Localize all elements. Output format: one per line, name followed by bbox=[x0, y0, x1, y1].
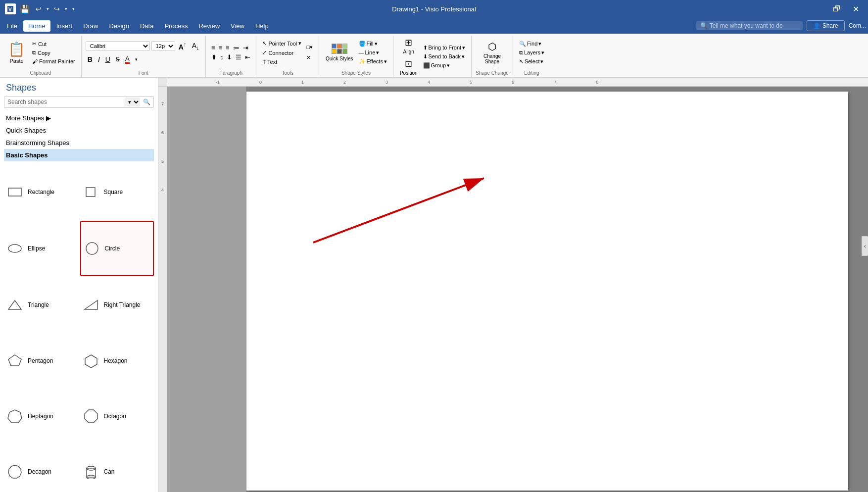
select-button[interactable]: ↖ Select ▾ bbox=[517, 57, 546, 66]
save-button[interactable]: 💾 bbox=[20, 4, 30, 14]
menu-item-help[interactable]: Help bbox=[250, 20, 274, 32]
undo-button[interactable]: ↩ bbox=[34, 4, 44, 14]
shape-triangle[interactable]: Triangle bbox=[4, 278, 78, 332]
bring-to-front-button[interactable]: ⬆ Bring to Front ▾ bbox=[421, 44, 468, 52]
connector-button[interactable]: ⤢ Connector bbox=[260, 49, 303, 57]
increase-indent-button[interactable]: ⇥ bbox=[241, 44, 250, 52]
shape-hexagon[interactable]: Hexagon bbox=[80, 334, 154, 387]
layers-button[interactable]: ⧉ Layers ▾ bbox=[517, 49, 546, 57]
paste-button[interactable]: 📋 Paste bbox=[4, 39, 29, 66]
triangle-label: Triangle bbox=[28, 301, 49, 308]
shape-decagon[interactable]: Decagon bbox=[4, 445, 78, 492]
font-color-dropdown[interactable]: ▾ bbox=[133, 56, 140, 63]
shape-can[interactable]: Can bbox=[80, 445, 154, 492]
bold-button[interactable]: B bbox=[86, 54, 95, 64]
shapes-search[interactable]: ▾ 🔍 bbox=[4, 96, 154, 108]
clipboard-content: 📋 Paste ✂ Cut ⧉ Copy 🖌 Format Painter bbox=[4, 36, 77, 69]
copy-button[interactable]: ⧉ Copy bbox=[30, 49, 77, 57]
grow-font-button[interactable]: A↑ bbox=[177, 40, 189, 52]
align-justify-button[interactable]: ☰ bbox=[234, 53, 243, 61]
shape-octagon[interactable]: Octagon bbox=[80, 390, 154, 443]
align-left-button[interactable]: ≡ bbox=[210, 44, 217, 52]
align-top-button[interactable]: ⬆ bbox=[210, 53, 218, 61]
canvas-white[interactable] bbox=[246, 92, 848, 491]
redo-button[interactable]: ↪ bbox=[52, 4, 62, 14]
comment-button[interactable]: Com... bbox=[849, 22, 866, 29]
shape-square[interactable]: Square bbox=[80, 165, 154, 219]
format-painter-button[interactable]: 🖌 Format Painter bbox=[30, 57, 77, 65]
change-shape-icon: ⬡ bbox=[488, 41, 496, 52]
menu-item-file[interactable]: File bbox=[2, 20, 22, 32]
shape-heptagon[interactable]: Heptagon bbox=[4, 390, 78, 443]
shapes-search-input[interactable] bbox=[4, 97, 125, 107]
menu-item-data[interactable]: Data bbox=[135, 20, 158, 32]
shape-ellipse[interactable]: Ellipse bbox=[4, 221, 78, 276]
canvas-area[interactable]: -1 0 1 2 3 4 5 6 7 8 7 6 5 4 bbox=[158, 78, 868, 492]
shapes-search-select[interactable]: ▾ bbox=[125, 98, 140, 106]
text-button[interactable]: T Text bbox=[260, 58, 303, 66]
shapes-panel: Shapes ▾ 🔍 More Shapes ▶ Quick Shapes Br… bbox=[0, 78, 158, 492]
line-button[interactable]: — Line ▾ bbox=[357, 49, 382, 57]
fill-button[interactable]: 🪣 Fill ▾ bbox=[357, 40, 380, 48]
strikethrough-button[interactable]: S̶ bbox=[114, 55, 122, 64]
position-button[interactable]: ⊡ Position bbox=[397, 57, 420, 77]
category-quick-shapes[interactable]: Quick Shapes bbox=[4, 124, 154, 137]
shape-rectangle[interactable]: Rectangle bbox=[4, 165, 78, 219]
shape-circle[interactable]: Circle bbox=[80, 221, 154, 276]
cut-button[interactable]: ✂ Cut bbox=[30, 40, 77, 48]
pointer-tool-button[interactable]: ↖ Pointer Tool ▾ bbox=[260, 39, 303, 48]
category-basic-shapes[interactable]: Basic Shapes bbox=[4, 149, 154, 161]
tools-label: Tools bbox=[260, 69, 315, 77]
search-bar[interactable]: 🔍 bbox=[696, 21, 803, 30]
italic-button[interactable]: I bbox=[96, 54, 102, 64]
find-button[interactable]: 🔍 Find ▾ bbox=[517, 40, 546, 48]
search-icon[interactable]: 🔍 bbox=[140, 97, 153, 107]
group-button[interactable]: ⬛ Group ▾ bbox=[421, 61, 468, 70]
align-button[interactable]: ⊞ Align bbox=[397, 36, 420, 56]
underline-button[interactable]: U bbox=[103, 54, 112, 64]
canvas-inner[interactable]: 7 6 5 4 bbox=[158, 87, 868, 492]
menu-item-design[interactable]: Design bbox=[104, 20, 134, 32]
send-to-back-button[interactable]: ⬇ Send to Back ▾ bbox=[421, 52, 468, 61]
align-center-button[interactable]: ≡ bbox=[217, 44, 224, 52]
quick-styles-button[interactable]: Quick Styles bbox=[323, 42, 356, 63]
menu-item-process[interactable]: Process bbox=[159, 20, 193, 32]
font-size-select[interactable]: 12pt. bbox=[151, 41, 175, 51]
close-button[interactable]: ✕ bbox=[849, 3, 863, 15]
ruler-horizontal: -1 0 1 2 3 4 5 6 7 8 bbox=[167, 78, 868, 87]
font-color-button[interactable]: A bbox=[123, 54, 132, 65]
shape-dropdown-button[interactable]: □▾ bbox=[304, 43, 315, 51]
connection-close-button[interactable]: ✕ bbox=[304, 53, 315, 62]
menu-item-insert[interactable]: Insert bbox=[51, 20, 78, 32]
svg-marker-6 bbox=[8, 300, 21, 309]
category-more-shapes[interactable]: More Shapes ▶ bbox=[4, 112, 154, 124]
align-middle-button[interactable]: ↕ bbox=[219, 53, 225, 61]
font-family-select[interactable]: Calibri bbox=[86, 41, 150, 51]
undo-dropdown[interactable]: ▾ bbox=[45, 4, 51, 14]
shape-right-triangle[interactable]: Right Triangle bbox=[80, 278, 154, 332]
category-brainstorming[interactable]: Brainstorming Shapes bbox=[4, 137, 154, 149]
share-button[interactable]: 👤 Share bbox=[807, 20, 845, 31]
shape-styles-btns: 🪣 Fill ▾ — Line ▾ ✨ Effects ▾ bbox=[357, 40, 389, 66]
align-right-button[interactable]: ≡ bbox=[224, 44, 231, 52]
restore-button[interactable]: 🗗 bbox=[829, 3, 845, 14]
shape-pentagon[interactable]: Pentagon bbox=[4, 334, 78, 387]
collapse-panel-button[interactable]: ‹ bbox=[862, 236, 868, 256]
menu-item-home[interactable]: Home bbox=[23, 20, 50, 32]
effects-button[interactable]: ✨ Effects ▾ bbox=[357, 57, 389, 66]
menu-item-view[interactable]: View bbox=[226, 20, 249, 32]
menu-item-review[interactable]: Review bbox=[193, 20, 225, 32]
basic-shapes-label: Basic Shapes bbox=[6, 151, 48, 159]
editing-group: 🔍 Find ▾ ⧉ Layers ▾ ↖ Select ▾ bbox=[513, 36, 550, 77]
search-input[interactable] bbox=[710, 22, 799, 29]
change-shape-button[interactable]: ⬡ ChangeShape bbox=[480, 39, 505, 66]
bullets-button[interactable]: ≔ bbox=[232, 44, 241, 52]
align-bottom-button[interactable]: ⬇ bbox=[225, 53, 234, 61]
ribbon-section: 📋 Paste ✂ Cut ⧉ Copy 🖌 Format Painter bbox=[0, 36, 550, 77]
decrease-indent-button[interactable]: ⇤ bbox=[243, 53, 252, 61]
customize-qat[interactable]: ▾ bbox=[70, 4, 77, 14]
shrink-font-button[interactable]: A↓ bbox=[190, 41, 201, 52]
canvas-background[interactable] bbox=[167, 87, 868, 492]
redo-dropdown[interactable]: ▾ bbox=[63, 4, 69, 14]
menu-item-draw[interactable]: Draw bbox=[78, 20, 103, 32]
